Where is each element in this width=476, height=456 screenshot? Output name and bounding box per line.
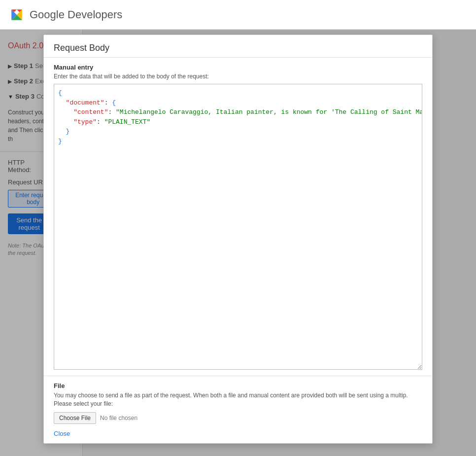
google-logo-icon — [8, 6, 26, 24]
manual-entry-title: Manual entry — [54, 64, 422, 71]
modal-box: Request Body Manual entry Enter the data… — [43, 35, 433, 444]
file-desc: You may choose to send a file as part of… — [54, 391, 422, 408]
no-file-chosen-label: No file chosen — [100, 415, 137, 421]
modal-title: Request Body — [44, 35, 432, 58]
modal-manual-entry-section: Manual entry Enter the data that will be… — [44, 58, 432, 376]
close-link[interactable]: Close — [54, 430, 422, 437]
top-bar: Google Developers — [0, 0, 476, 30]
file-input-row: Choose File No file chosen — [54, 412, 422, 424]
logo-area: Google Developers — [8, 6, 122, 24]
modal-overlay[interactable]: Request Body Manual entry Enter the data… — [0, 30, 476, 456]
choose-file-button[interactable]: Choose File — [54, 412, 96, 424]
file-section: File You may choose to send a file as pa… — [44, 376, 432, 443]
manual-entry-desc: Enter the data that will be added to the… — [54, 73, 422, 80]
file-section-title: File — [54, 382, 422, 389]
request-body-editor[interactable]: { "document": { "content": "Michelangelo… — [54, 84, 422, 370]
site-title: Google Developers — [30, 8, 122, 21]
page-layout: OAuth 2.0 Pla ▶ Step 1 Select & au ▶ Ste… — [0, 30, 476, 456]
